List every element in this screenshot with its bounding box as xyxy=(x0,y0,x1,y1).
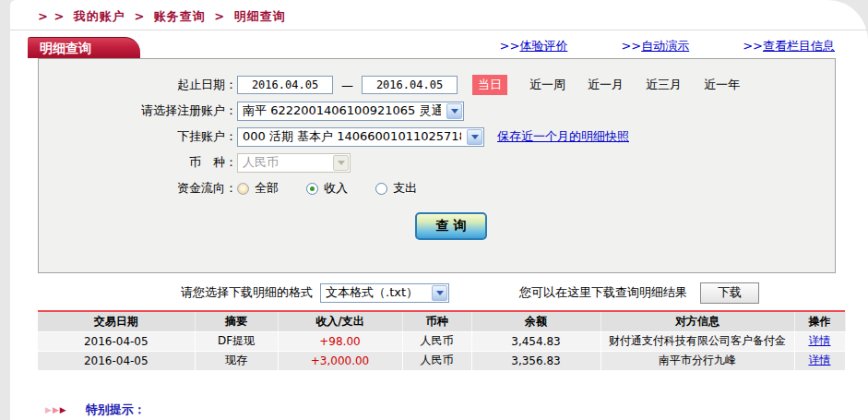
sub-account-select[interactable]: 000 活期 基本户 1406600101102571848 xyxy=(237,127,484,147)
query-button[interactable]: 查 询 xyxy=(415,212,487,240)
chevron-down-icon xyxy=(333,155,349,171)
registered-account-row: 请选择注册账户： 南平 6222001406100921065 灵通卡 xyxy=(39,100,835,122)
header-counterparty: 对方信息 xyxy=(600,312,794,331)
header-currency: 币种 xyxy=(402,312,471,331)
date-range-label: 起止日期： xyxy=(39,77,237,93)
cell-summary: DF提现 xyxy=(195,331,278,351)
cell-balance: 3,454.83 xyxy=(471,331,600,351)
radio-checked-icon[interactable] xyxy=(306,183,318,195)
save-snapshot-link[interactable]: 保存近一个月的明细快照 xyxy=(497,128,629,145)
flow-direction-row: 资金流向： 全部 收入 支出 xyxy=(39,177,835,199)
cell-summary: 现存 xyxy=(195,351,278,370)
download-format-label: 请您选择下载明细的格式 xyxy=(181,284,313,301)
sub-account-row: 下挂账户： 000 活期 基本户 1406600101102571848 保存近… xyxy=(39,126,835,148)
breadcrumb-separator: > xyxy=(134,9,145,23)
header-summary: 摘要 xyxy=(195,312,278,331)
cell-amount: +3,000.00 xyxy=(278,351,402,370)
query-form-panel: 起止日期： — 当日 近一周 近一月 近三月 近一年 请选择注册账户： 南平 6… xyxy=(38,58,836,273)
quick-range-quarter[interactable]: 近三月 xyxy=(646,77,682,93)
detail-link[interactable]: 详情 xyxy=(809,354,831,366)
flow-direction-label: 资金流向： xyxy=(39,180,237,197)
sub-account-label: 下挂账户： xyxy=(39,128,237,145)
date-range-row: 起止日期： — 当日 近一周 近一月 近三月 近一年 xyxy=(39,74,835,96)
breadcrumb-item-my-account[interactable]: 我的账户 xyxy=(74,9,125,23)
header-balance: 余额 xyxy=(471,312,600,331)
download-format-select[interactable]: 文本格式（.txt） xyxy=(320,283,449,303)
chevron-down-icon[interactable] xyxy=(467,129,482,145)
breadcrumb-separator: > xyxy=(214,9,225,23)
quick-range-month[interactable]: 近一月 xyxy=(588,77,624,93)
radio-icon[interactable] xyxy=(237,183,249,195)
flow-radio-group: 全部 收入 支出 xyxy=(237,180,445,197)
cell-currency: 人民币 xyxy=(402,351,471,370)
date-separator: — xyxy=(341,78,353,92)
table-header-row: 交易日期 摘要 收入/支出 币种 余额 对方信息 操作 xyxy=(38,312,845,331)
double-arrow-icon: >> xyxy=(500,39,520,53)
registered-account-select[interactable]: 南平 6222001406100921065 灵通卡 xyxy=(237,102,464,121)
link-experience-rating[interactable]: >>体验评价 xyxy=(500,38,568,54)
special-notice-label: 特别提示： xyxy=(86,402,146,418)
header-date: 交易日期 xyxy=(38,312,195,331)
cell-balance: 3,356.83 xyxy=(471,351,600,370)
radio-icon[interactable] xyxy=(375,183,387,195)
tab-detail-query: 明细查询 xyxy=(28,37,140,58)
flow-option-expense[interactable]: 支出 xyxy=(375,180,417,197)
header-amount: 收入/支出 xyxy=(278,312,402,331)
currency-select-disabled: 人民币 xyxy=(237,153,351,173)
top-links: >>体验评价 >>自动演示 >>查看栏目信息 xyxy=(446,38,835,58)
header-action: 操作 xyxy=(794,312,845,331)
quick-range-today-button[interactable]: 当日 xyxy=(472,75,507,95)
quick-range-year[interactable]: 近一年 xyxy=(704,77,740,93)
table-row: 2016-04-05 现存 +3,000.00 人民币 3,356.83 南平市… xyxy=(38,351,845,370)
special-notice-row: ▶▶▶ 特别提示： xyxy=(10,402,868,418)
breadcrumb-item-detail-query[interactable]: 明细查询 xyxy=(234,9,286,23)
download-result-label: 您可以在这里下载查询明细结果 xyxy=(519,284,687,301)
cell-date: 2016-04-05 xyxy=(38,351,195,370)
cell-amount: +98.00 xyxy=(278,331,402,351)
double-arrow-icon: >> xyxy=(621,39,641,53)
cell-counterparty: 财付通支付科技有限公司客户备付金 xyxy=(600,331,794,351)
date-from-input[interactable] xyxy=(237,76,333,94)
download-button[interactable]: 下载 xyxy=(700,282,759,304)
breadcrumb-item-account-query[interactable]: 账务查询 xyxy=(154,9,206,23)
cell-counterparty: 南平市分行九峰 xyxy=(600,351,794,370)
registered-account-label: 请选择注册账户： xyxy=(39,102,237,119)
table-row: 2016-04-05 DF提现 +98.00 人民币 3,454.83 财付通支… xyxy=(38,331,845,351)
cell-currency: 人民币 xyxy=(402,331,471,351)
transaction-table: 交易日期 摘要 收入/支出 币种 余额 对方信息 操作 2016-04-05 D… xyxy=(38,312,846,371)
double-arrow-icon: >> xyxy=(743,39,763,53)
link-auto-demo[interactable]: >>自动演示 xyxy=(621,38,689,54)
cell-date: 2016-04-05 xyxy=(38,331,195,351)
flow-option-income[interactable]: 收入 xyxy=(306,180,348,197)
flow-option-all[interactable]: 全部 xyxy=(237,180,279,197)
chevron-down-icon[interactable] xyxy=(432,285,447,301)
detail-link[interactable]: 详情 xyxy=(809,334,831,347)
triple-arrow-icon: ▶▶▶ xyxy=(45,405,67,414)
breadcrumb-prefix: > > xyxy=(38,9,65,23)
link-view-column-info[interactable]: >>查看栏目信息 xyxy=(743,38,835,54)
tab-row: 明细查询 >>体验评价 >>自动演示 >>查看栏目信息 xyxy=(10,37,868,58)
download-row: 请您选择下载明细的格式 文本格式（.txt） 您可以在这里下载查询明细结果 下载 xyxy=(181,282,868,304)
divider xyxy=(10,30,868,30)
chevron-down-icon[interactable] xyxy=(446,103,462,119)
quick-range-week[interactable]: 近一周 xyxy=(529,77,565,93)
date-to-input[interactable] xyxy=(362,76,458,94)
breadcrumb: > > 我的账户 > 账务查询 > 明细查询 xyxy=(10,0,868,25)
page: > > 我的账户 > 账务查询 > 明细查询 明细查询 >>体验评价 >>自动演… xyxy=(10,0,868,420)
currency-label: 币 种： xyxy=(39,154,237,171)
currency-row: 币 种： 人民币 xyxy=(39,151,835,174)
